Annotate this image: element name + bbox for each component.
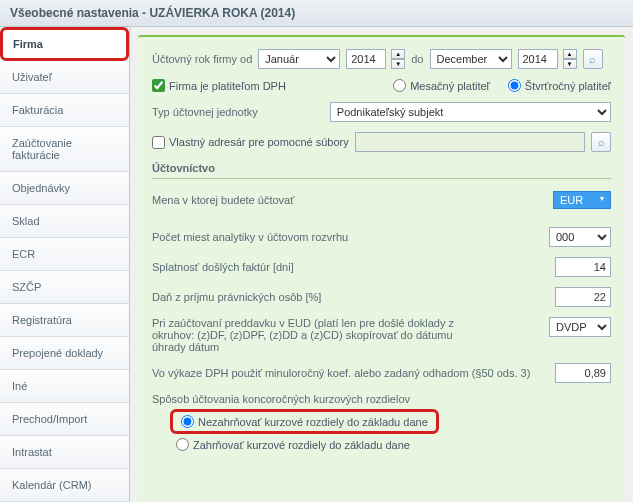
sidebar-item-1[interactable]: Uživateľ	[0, 61, 129, 94]
main-panel: Účtovný rok firmy od Január ▲▼ do Decemb…	[138, 35, 625, 502]
dph-checkbox-label: Firma je platiteľom DPH	[169, 80, 286, 92]
sidebar: FirmaUživateľFakturáciaZaúčtovanie faktu…	[0, 27, 130, 502]
to-month-select[interactable]: December	[430, 49, 512, 69]
from-year-input[interactable]	[346, 49, 386, 69]
payer-quarterly-radio[interactable]	[508, 79, 521, 92]
aux-dir-field	[355, 132, 585, 152]
aux-dir-checkbox[interactable]	[152, 136, 165, 149]
sidebar-item-0[interactable]: Firma	[0, 27, 129, 61]
search-icon[interactable]: ⌕	[583, 49, 603, 69]
aux-dir-checkbox-wrap[interactable]: Vlastný adresár pre pomocné súbory	[152, 136, 349, 149]
payer-monthly-label: Mesačný platiteľ	[410, 80, 490, 92]
sidebar-item-3[interactable]: Zaúčtovanie fakturácie	[0, 127, 129, 172]
dph-coef-input[interactable]	[555, 363, 611, 383]
kurz-option-2[interactable]: Zahrňovať kurzové rozdiely do základu da…	[176, 438, 410, 451]
from-year-spinner[interactable]: ▲▼	[391, 49, 405, 69]
payer-monthly-option[interactable]: Mesačný platiteľ	[393, 79, 490, 92]
dph-coef-label: Vo výkaze DPH použiť minuloročný koef. a…	[152, 367, 530, 379]
window-title: Všeobecné nastavenia - UZÁVIERKA ROKA (2…	[0, 0, 633, 27]
sidebar-item-10[interactable]: Iné	[0, 370, 129, 403]
tax-label: Daň z príjmu právnických osôb [%]	[152, 291, 321, 303]
sidebar-item-7[interactable]: SZČP	[0, 271, 129, 304]
dph-checkbox-wrap[interactable]: Firma je platiteľom DPH	[152, 79, 286, 92]
browse-icon[interactable]: ⌕	[591, 132, 611, 152]
payer-quarterly-option[interactable]: Štvrťročný platiteľ	[508, 79, 611, 92]
dph-checkbox[interactable]	[152, 79, 165, 92]
sidebar-item-6[interactable]: ECR	[0, 238, 129, 271]
aux-dir-label: Vlastný adresár pre pomocné súbory	[169, 136, 349, 148]
to-label: do	[411, 53, 423, 65]
currency-label: Mena v ktorej budete účtovať	[152, 194, 294, 206]
due-input[interactable]	[555, 257, 611, 277]
sidebar-item-2[interactable]: Fakturácia	[0, 94, 129, 127]
payer-quarterly-label: Štvrťročný platiteľ	[525, 80, 611, 92]
eud-label: Pri zaúčtovaní preddavku v EUD (platí le…	[152, 317, 482, 353]
kurz-option-1-label: Nezahrňovať kurzové rozdiely do základu …	[198, 416, 428, 428]
kurz-label: Spôsob účtovania koncoročných kurzových …	[152, 393, 410, 405]
kurz-radio-2[interactable]	[176, 438, 189, 451]
unit-type-label: Typ účtovnej jednotky	[152, 106, 258, 118]
fiscal-year-label: Účtovný rok firmy od	[152, 53, 252, 65]
to-year-spinner[interactable]: ▲▼	[563, 49, 577, 69]
analytics-select[interactable]: 000	[549, 227, 611, 247]
currency-select[interactable]: EUR	[553, 191, 611, 209]
unit-type-select[interactable]: Podnikateľský subjekt	[330, 102, 611, 122]
accounting-section-title: Účtovníctvo	[152, 162, 611, 179]
sidebar-item-9[interactable]: Prepojené doklady	[0, 337, 129, 370]
kurz-option-1-highlight: Nezahrňovať kurzové rozdiely do základu …	[170, 409, 439, 434]
from-month-select[interactable]: Január	[258, 49, 340, 69]
kurz-option-1[interactable]: Nezahrňovať kurzové rozdiely do základu …	[181, 415, 428, 428]
kurz-option-2-label: Zahrňovať kurzové rozdiely do základu da…	[193, 439, 410, 451]
kurz-radio-1[interactable]	[181, 415, 194, 428]
tax-input[interactable]	[555, 287, 611, 307]
sidebar-item-13[interactable]: Kalendár (CRM)	[0, 469, 129, 502]
payer-monthly-radio[interactable]	[393, 79, 406, 92]
sidebar-item-5[interactable]: Sklad	[0, 205, 129, 238]
sidebar-item-4[interactable]: Objednávky	[0, 172, 129, 205]
sidebar-item-11[interactable]: Prechod/Import	[0, 403, 129, 436]
due-label: Splatnosť došlých faktúr [dni]	[152, 261, 294, 273]
sidebar-item-12[interactable]: Intrastat	[0, 436, 129, 469]
to-year-input[interactable]	[518, 49, 558, 69]
analytics-label: Počet miest analytiky v účtovom rozvrhu	[152, 231, 348, 243]
eud-select[interactable]: DVDP	[549, 317, 611, 337]
sidebar-item-8[interactable]: Registratúra	[0, 304, 129, 337]
